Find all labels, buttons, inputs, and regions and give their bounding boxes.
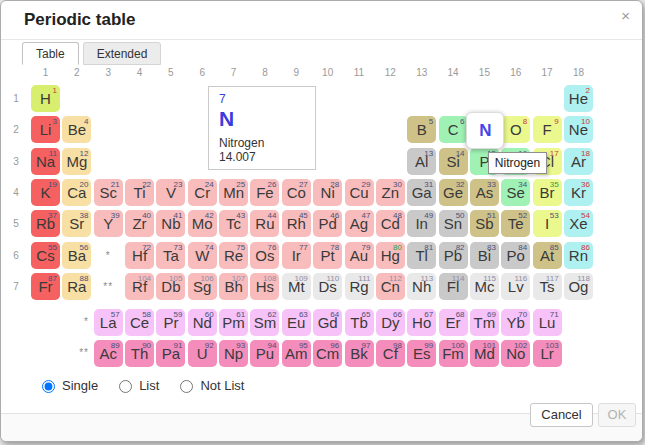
element-cs[interactable]: 55Cs — [31, 242, 60, 269]
element-pt[interactable]: 78Pt — [313, 242, 342, 269]
element-ts[interactable]: 117Ts — [533, 273, 562, 300]
element-cr[interactable]: 24Cr — [188, 179, 217, 206]
close-icon[interactable]: × — [621, 8, 630, 24]
element-pr[interactable]: 59Pr — [156, 309, 185, 336]
tab-extended[interactable]: Extended — [83, 42, 162, 65]
element-sr[interactable]: 38Sr — [62, 210, 91, 237]
tab-table[interactable]: Table — [22, 42, 79, 65]
element-fe[interactable]: 26Fe — [250, 179, 279, 206]
element-li[interactable]: 3Li — [31, 116, 60, 143]
element-sc[interactable]: 21Sc — [94, 179, 123, 206]
element-au[interactable]: 79Au — [345, 242, 374, 269]
element-fm[interactable]: 100Fm — [439, 340, 468, 367]
element-la[interactable]: 57La — [94, 309, 123, 336]
element-ag[interactable]: 47Ag — [345, 210, 374, 237]
element-tl[interactable]: 81Tl — [407, 242, 436, 269]
element-hs[interactable]: 108Hs — [250, 273, 279, 300]
element-db[interactable]: 105Db — [156, 273, 185, 300]
element-cm[interactable]: 96Cm — [313, 340, 342, 367]
element-al[interactable]: 13Al — [407, 148, 436, 175]
element-nh[interactable]: 113Nh — [407, 273, 436, 300]
element-bi[interactable]: 83Bi — [470, 242, 499, 269]
element-cn[interactable]: 112Cn — [376, 273, 405, 300]
element-w[interactable]: 74W — [188, 242, 217, 269]
radio-list[interactable]: List — [114, 377, 159, 393]
element-y[interactable]: 39Y — [94, 210, 123, 237]
element-rb[interactable]: 37Rb — [31, 210, 60, 237]
element-tm[interactable]: 69Tm — [470, 309, 499, 336]
element-mn[interactable]: 25Mn — [219, 179, 248, 206]
element-ni[interactable]: 28Ni — [313, 179, 342, 206]
element-ru[interactable]: 44Ru — [250, 210, 279, 237]
element-rg[interactable]: 111Rg — [345, 273, 374, 300]
element-tc[interactable]: 43Tc — [219, 210, 248, 237]
element-k[interactable]: 19K — [31, 179, 60, 206]
radio-not-list[interactable]: Not List — [175, 377, 244, 393]
ok-button[interactable]: OK — [598, 403, 636, 427]
element-mt[interactable]: 109Mt — [282, 273, 311, 300]
element-fr[interactable]: 87Fr — [31, 273, 60, 300]
element-dy[interactable]: 66Dy — [376, 309, 405, 336]
element-re[interactable]: 75Re — [219, 242, 248, 269]
element-in[interactable]: 49In — [407, 210, 436, 237]
element-na[interactable]: 11Na — [31, 148, 60, 175]
element-np[interactable]: 93Np — [219, 340, 248, 367]
element-lv[interactable]: 116Lv — [501, 273, 530, 300]
element-br[interactable]: 35Br — [533, 179, 562, 206]
element-ce[interactable]: 58Ce — [125, 309, 154, 336]
element-sb[interactable]: 51Sb — [470, 210, 499, 237]
element-nd[interactable]: 60Nd — [188, 309, 217, 336]
radio-not-list-input[interactable] — [180, 380, 193, 393]
element-hg[interactable]: 80Hg — [376, 242, 405, 269]
element-c[interactable]: 6C — [439, 116, 468, 143]
element-th[interactable]: 90Th — [125, 340, 154, 367]
element-ho[interactable]: 67Ho — [407, 309, 436, 336]
element-b[interactable]: 5B — [407, 116, 436, 143]
element-ds[interactable]: 110Ds — [313, 273, 342, 300]
cancel-button[interactable]: Cancel — [530, 403, 593, 427]
element-sm[interactable]: 62Sm — [250, 309, 279, 336]
element-sn[interactable]: 50Sn — [439, 210, 468, 237]
element-rh[interactable]: 45Rh — [282, 210, 311, 237]
element-pu[interactable]: 94Pu — [250, 340, 279, 367]
element-h[interactable]: 1H — [31, 85, 60, 112]
element-ta[interactable]: 73Ta — [156, 242, 185, 269]
element-gd[interactable]: 64Gd — [313, 309, 342, 336]
element-nb[interactable]: 41Nb — [156, 210, 185, 237]
element-he[interactable]: 2He — [564, 85, 593, 112]
element-pd[interactable]: 46Pd — [313, 210, 342, 237]
element-pb[interactable]: 82Pb — [439, 242, 468, 269]
element-am[interactable]: 95Am — [282, 340, 311, 367]
element-eu[interactable]: 63Eu — [282, 309, 311, 336]
element-ge[interactable]: 32Ge — [439, 179, 468, 206]
element-ra[interactable]: 88Ra — [62, 273, 91, 300]
element-mg[interactable]: 12Mg — [62, 148, 91, 175]
element-bh[interactable]: 107Bh — [219, 273, 248, 300]
element-sg[interactable]: 106Sg — [188, 273, 217, 300]
element-es[interactable]: 99Es — [407, 340, 436, 367]
element-be[interactable]: 4Be — [62, 116, 91, 143]
element-co[interactable]: 27Co — [282, 179, 311, 206]
element-hf[interactable]: 72Hf — [125, 242, 154, 269]
element-zn[interactable]: 30Zn — [376, 179, 405, 206]
element-rf[interactable]: 104Rf — [125, 273, 154, 300]
element-as[interactable]: 33As — [470, 179, 499, 206]
element-ba[interactable]: 56Ba — [62, 242, 91, 269]
element-te[interactable]: 52Te — [501, 210, 530, 237]
element-kr[interactable]: 36Kr — [564, 179, 593, 206]
element-n[interactable]: N — [466, 112, 504, 149]
element-i[interactable]: 53I — [533, 210, 562, 237]
element-ne[interactable]: 10Ne — [564, 116, 593, 143]
element-mc[interactable]: 115Mc — [470, 273, 499, 300]
element-ir[interactable]: 77Ir — [282, 242, 311, 269]
element-po[interactable]: 84Po — [501, 242, 530, 269]
radio-single[interactable]: Single — [37, 377, 98, 393]
element-cd[interactable]: 48Cd — [376, 210, 405, 237]
element-cu[interactable]: 29Cu — [345, 179, 374, 206]
element-u[interactable]: 92U — [188, 340, 217, 367]
element-mo[interactable]: 42Mo — [188, 210, 217, 237]
element-o[interactable]: 8O — [501, 116, 530, 143]
element-yb[interactable]: 70Yb — [501, 309, 530, 336]
element-si[interactable]: 14Si — [439, 148, 468, 175]
element-ti[interactable]: 22Ti — [125, 179, 154, 206]
